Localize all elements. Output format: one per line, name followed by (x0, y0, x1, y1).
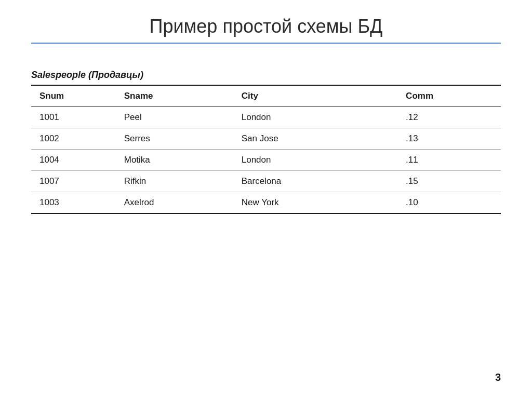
cell-sname: Axelrod (116, 192, 233, 214)
col-header-snum: Snum (31, 85, 116, 107)
cell-city: San Jose (233, 128, 397, 150)
cell-city: London (233, 150, 397, 171)
slide-container: Пример простой схемы БД Salespeople (Про… (0, 0, 532, 399)
table-row: 1001PeelLondon.12 (31, 107, 501, 128)
cell-snum: 1002 (31, 128, 116, 150)
cell-snum: 1004 (31, 150, 116, 171)
cell-comm: .11 (397, 150, 501, 171)
cell-comm: .10 (397, 192, 501, 214)
cell-city: Barcelona (233, 171, 397, 192)
cell-city: London (233, 107, 397, 128)
table-row: 1004MotikaLondon.11 (31, 150, 501, 171)
col-header-city: City (233, 85, 397, 107)
cell-snum: 1001 (31, 107, 116, 128)
page-number: 3 (495, 371, 501, 383)
col-header-comm: Comm (397, 85, 501, 107)
cell-sname: Rifkin (116, 171, 233, 192)
cell-comm: .13 (397, 128, 501, 150)
cell-sname: Motika (116, 150, 233, 171)
cell-comm: .15 (397, 171, 501, 192)
cell-city: New York (233, 192, 397, 214)
table-row: 1007RifkinBarcelona.15 (31, 171, 501, 192)
cell-snum: 1003 (31, 192, 116, 214)
table-section: Salespeople (Продавцы) Snum Sname City C… (31, 70, 501, 214)
title-divider (31, 43, 501, 44)
salespeople-table: Snum Sname City Comm 1001PeelLondon.1210… (31, 85, 501, 214)
col-header-sname: Sname (116, 85, 233, 107)
cell-sname: Serres (116, 128, 233, 150)
cell-sname: Peel (116, 107, 233, 128)
slide-title: Пример простой схемы БД (31, 16, 501, 37)
table-row: 1003AxelrodNew York.10 (31, 192, 501, 214)
table-title: Salespeople (Продавцы) (31, 70, 501, 81)
cell-snum: 1007 (31, 171, 116, 192)
cell-comm: .12 (397, 107, 501, 128)
table-row: 1002SerresSan Jose.13 (31, 128, 501, 150)
table-header-row: Snum Sname City Comm (31, 85, 501, 107)
